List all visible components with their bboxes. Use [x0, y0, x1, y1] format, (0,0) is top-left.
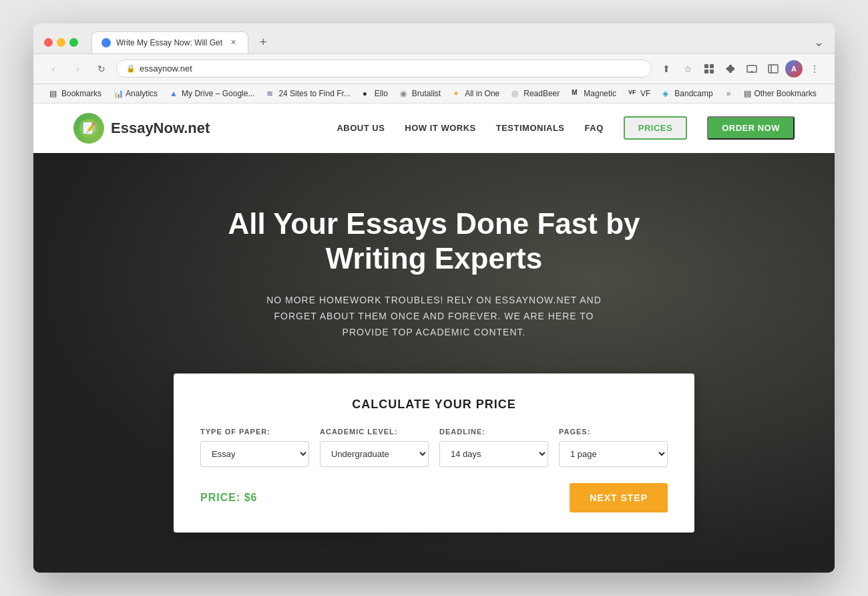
bookmarks-bar: ▤ Bookmarks 📊 Analytics ▲ My Drive – Goo… — [33, 84, 835, 104]
bookmark-bandcamp[interactable]: ◈ Bandcamp — [657, 87, 718, 100]
academic-level-field: ACADEMIC LEVEL: High School Undergraduat… — [320, 428, 429, 467]
deadline-select[interactable]: 3 hours 6 hours 12 hours 24 hours 2 days… — [439, 441, 548, 467]
maximize-button[interactable] — [69, 38, 78, 47]
puzzle-icon[interactable] — [721, 59, 740, 78]
svg-text:📝: 📝 — [82, 122, 95, 134]
bookmark-bookmarks-folder[interactable]: ▤ Bookmarks — [44, 87, 107, 100]
nav-faq-link[interactable]: FAQ — [585, 123, 604, 133]
academic-level-select[interactable]: High School Undergraduate Master's PhD — [320, 441, 429, 467]
pages-select[interactable]: 1 page 2 pages 3 pages 4 pages 5 pages — [559, 441, 668, 467]
bookmark-star-icon[interactable]: ☆ — [678, 59, 697, 78]
new-tab-button[interactable]: + — [254, 33, 272, 51]
tab-more-icon[interactable]: ⌄ — [814, 35, 824, 49]
bookmark-my-drive[interactable]: ▲ My Drive – Google... — [164, 87, 260, 100]
pages-label: PAGES: — [559, 428, 668, 436]
nav-how-link[interactable]: HOW IT WORKS — [405, 123, 475, 133]
svg-rect-7 — [769, 65, 778, 73]
site-nav: ABOUT US HOW IT WORKS TESTIMONIALS FAQ P… — [337, 116, 795, 140]
drive-icon: ▲ — [170, 89, 179, 98]
bookmark-vf-label: VF — [640, 89, 650, 98]
svg-rect-1 — [710, 64, 714, 68]
nav-order-button[interactable]: ORDER NOW — [707, 116, 795, 140]
academic-level-label: ACADEMIC LEVEL: — [320, 428, 429, 436]
close-button[interactable] — [44, 38, 53, 47]
back-button[interactable]: ‹ — [44, 59, 63, 78]
browser-window: Write My Essay Now: Will Get ✕ + ⌄ ‹ › ↻… — [33, 23, 835, 573]
bookmark-brutalist[interactable]: ◉ Brutalist — [395, 87, 446, 100]
bookmark-vf[interactable]: VF VF — [623, 87, 656, 100]
bookmark-all-in-one[interactable]: ✦ All in One — [447, 87, 505, 100]
price-display: PRICE: $6 — [200, 492, 257, 504]
window-controls — [44, 38, 78, 47]
bookmark-analytics-label: Analytics — [126, 89, 158, 98]
bookmark-all-in-one-label: All in One — [465, 89, 499, 98]
hero-subtitle: NO MORE HOMEWORK TROUBLES! RELY ON ESSAY… — [250, 293, 618, 340]
hero-content: All Your Essays Done Fast by Writing Exp… — [228, 206, 640, 374]
bookmark-readbeer[interactable]: ◎ ReadBeer — [506, 87, 565, 100]
calc-footer: PRICE: $6 NEXT STEP — [200, 483, 668, 512]
paper-type-select[interactable]: Essay Research Paper Coursework Term Pap… — [200, 441, 309, 467]
bookmark-brutalist-label: Brutalist — [412, 89, 441, 98]
bookmark-ello-label: Ello — [375, 89, 388, 98]
minimize-button[interactable] — [57, 38, 65, 47]
extensions-icon[interactable] — [700, 59, 718, 78]
url-bar[interactable]: 🔒 essaynow.net — [116, 59, 652, 78]
tab-favicon-icon — [101, 38, 111, 47]
calc-fields: TYPE OF PAPER: Essay Research Paper Cour… — [200, 428, 668, 467]
url-text: essaynow.net — [140, 63, 192, 73]
all-in-one-icon: ✦ — [453, 89, 462, 98]
nav-prices-button[interactable]: PRICES — [624, 116, 687, 140]
nav-about-link[interactable]: ABOUT US — [337, 123, 385, 133]
bookmark-24-sites-label: 24 Sites to Find Fr... — [278, 89, 350, 98]
pages-field: PAGES: 1 page 2 pages 3 pages 4 pages 5 … — [559, 428, 668, 467]
site-header: 📝 EssayNow.net ABOUT US HOW IT WORKS TES… — [33, 104, 835, 153]
svg-rect-0 — [704, 64, 708, 68]
svg-rect-3 — [710, 69, 714, 73]
cast-icon[interactable] — [742, 59, 761, 78]
hero-title: All Your Essays Done Fast by Writing Exp… — [228, 206, 640, 277]
brutalist-icon: ◉ — [400, 89, 409, 98]
paper-type-field: TYPE OF PAPER: Essay Research Paper Cour… — [200, 428, 309, 467]
bookmark-my-drive-label: My Drive – Google... — [182, 89, 254, 98]
bandcamp-icon: ◈ — [662, 89, 672, 98]
sites-icon: ≋ — [266, 89, 276, 98]
magnetic-icon: M — [572, 89, 581, 98]
bookmark-magnetic[interactable]: M Magnetic — [566, 87, 622, 100]
bookmarks-more-button[interactable]: » — [722, 87, 735, 100]
bookmark-analytics[interactable]: 📊 Analytics — [108, 87, 163, 100]
forward-button[interactable]: › — [68, 59, 87, 78]
title-bar: Write My Essay Now: Will Get ✕ + ⌄ — [33, 23, 835, 54]
other-bookmarks-label: Other Bookmarks — [754, 89, 816, 98]
logo-icon: 📝 — [73, 113, 104, 144]
site-logo: 📝 EssayNow.net — [73, 113, 210, 144]
bookmark-ello[interactable]: ● Ello — [357, 87, 393, 100]
profile-icon[interactable]: A — [785, 60, 803, 78]
website-content: 📝 EssayNow.net ABOUT US HOW IT WORKS TES… — [33, 104, 835, 573]
hero-section: All Your Essays Done Fast by Writing Exp… — [33, 153, 835, 573]
bookmark-bandcamp-label: Bandcamp — [674, 89, 712, 98]
toolbar-icons: ⬆ ☆ — [657, 59, 824, 78]
next-step-button[interactable]: NEXT STEP — [570, 483, 668, 512]
other-bookmarks-folder[interactable]: ▤ Other Bookmarks — [738, 87, 821, 100]
nav-testimonials-link[interactable]: TESTIMONIALS — [496, 123, 565, 133]
sidebar-icon[interactable] — [764, 59, 783, 78]
readbeer-icon: ◎ — [511, 89, 521, 98]
svg-rect-2 — [704, 69, 708, 73]
price-calculator: CALCULATE YOUR PRICE TYPE OF PAPER: Essa… — [174, 374, 694, 533]
bookmark-readbeer-label: ReadBeer — [523, 89, 560, 98]
tab-close-icon[interactable]: ✕ — [228, 37, 238, 48]
tab-title: Write My Essay Now: Will Get — [116, 38, 222, 47]
bookmark-bookmarks-label: Bookmarks — [61, 89, 101, 98]
paper-type-label: TYPE OF PAPER: — [200, 428, 309, 436]
bookmark-24-sites[interactable]: ≋ 24 Sites to Find Fr... — [261, 87, 355, 100]
deadline-label: DEADLINE: — [439, 428, 548, 436]
menu-icon[interactable]: ⋮ — [805, 59, 824, 78]
ello-icon: ● — [363, 89, 372, 98]
share-icon[interactable]: ⬆ — [657, 59, 676, 78]
analytics-icon: 📊 — [114, 89, 123, 98]
reload-button[interactable]: ↻ — [92, 59, 111, 78]
active-tab[interactable]: Write My Essay Now: Will Get ✕ — [91, 31, 248, 53]
folder-icon: ▤ — [49, 89, 59, 98]
vf-icon: VF — [628, 89, 638, 98]
lock-icon: 🔒 — [126, 64, 136, 73]
